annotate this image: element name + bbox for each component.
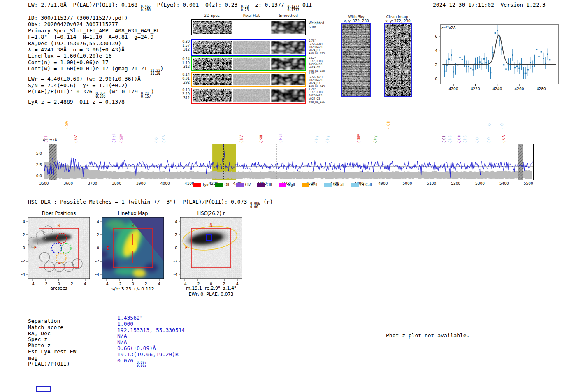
- spec2d-row-left-stats: 0.301.57312: [175, 40, 190, 52]
- detection-info-block: ID: 3007115277 (3007115277.pdf)Obs: 2020…: [28, 15, 163, 105]
- emission-line-label-cii: { CII: [442, 136, 446, 143]
- match-table-values: 1.43562"1.000192.153313, 55.330514N/AN/A…: [117, 315, 185, 368]
- emission-line-label-heii: { HeII: [112, 134, 116, 143]
- emission-line-label-ciii: { CIII: [458, 135, 462, 143]
- svg-text:4: 4: [23, 219, 25, 224]
- y-tick: 5.0: [31, 151, 42, 155]
- with-sky-image: [341, 23, 371, 97]
- report-version: Version 1.22.3: [500, 2, 546, 8]
- info-line: RA,Dec (192.153076,55.330139): [28, 40, 163, 46]
- x-tick: 3600: [62, 181, 75, 186]
- east-label: E: [107, 246, 109, 251]
- emission-line-label-oiii: { OIII: [488, 121, 492, 129]
- summary-header: EW: 2.7±1.8Å P(LAE)/P(OII): 0.168 0.4650…: [28, 2, 312, 12]
- spec2d-row-left-stats: 0.132.29312: [175, 88, 190, 100]
- info-line: ID: 3007115277 (3007115277.pdf): [28, 15, 163, 21]
- emission-line-label-ovi: { OVI: [74, 134, 78, 143]
- info-line: λ = 4241.38Å σ = 3.06(±0.43)Å: [28, 46, 163, 53]
- spec2d-row-right-info: 1.35"(372, 414)20200420v024_03408_RL_045: [309, 72, 325, 88]
- info-line: LineFlux = 1.60(±0.20)e-16: [28, 53, 163, 59]
- svg-text:4260: 4260: [515, 87, 524, 91]
- x-tick: 5200: [449, 181, 462, 186]
- match-table-labels: SeparationMatch scoreRA, DecSpec zPhoto …: [28, 318, 76, 367]
- info-line: Primary Spec_Slot_IFU_AMP: 408_031_049_R…: [28, 28, 163, 34]
- timestamp-version: 2024-12-30 17:11:02 Version 1.22.3: [433, 2, 546, 8]
- emission-line-label-heii: { HeII: [279, 134, 283, 143]
- spec2d-row: [191, 39, 306, 56]
- legend-item-civ: CIV: [236, 183, 251, 187]
- sky-panel-title: With Sky: [338, 15, 375, 19]
- clean-image: [384, 23, 412, 97]
- x-tick: 3800: [110, 181, 123, 186]
- emission-line-label-hβ: { Hβ: [463, 135, 467, 143]
- report-datetime: 2024-12-30 17:11:02: [433, 2, 494, 8]
- legend-item-lyα: Lyα: [193, 183, 209, 187]
- match-row-value: N/A: [117, 339, 185, 346]
- svg-text:-4: -4: [174, 272, 177, 276]
- emission-line-label-siiv: { SiIV: [120, 134, 124, 143]
- x-tick: 5300: [474, 181, 487, 186]
- hsc-xlabel-1: m:19.1 re:2.9" s:1.4": [162, 285, 260, 291]
- emission-line-label-oiii: { OIII: [476, 135, 480, 143]
- spec2d-col-header: Pixel Flat: [233, 14, 270, 18]
- emission-line-label-civ: { CIV: [162, 135, 166, 143]
- svg-text:2: 2: [435, 63, 437, 67]
- svg-text:+: +: [58, 262, 61, 265]
- spec2d-row: [191, 56, 306, 71]
- x-tick: 5400: [497, 181, 511, 186]
- emission-line-label-hγ: { Hγ: [374, 136, 378, 143]
- main-spectrum-chart: [44, 144, 534, 180]
- match-row-value: 19.13(19.06,19.20)R: [117, 352, 185, 358]
- info-line: Cont(n) = 1.00(±0.06)e-17: [28, 59, 163, 65]
- legend-item-ciii: CIII: [257, 183, 272, 187]
- line-fit-inset-chart: 024642004220424042604280e⁻¹⁷x2Å: [428, 21, 564, 95]
- svg-text:4: 4: [435, 49, 437, 53]
- legend-item-oii: OII: [215, 183, 229, 187]
- svg-text:0: 0: [97, 246, 99, 250]
- legend-swatch: [279, 183, 286, 187]
- legend-item-heii: HeII: [302, 183, 318, 187]
- emission-line-label-oiii: { OIII: [487, 135, 491, 143]
- fiber-positions-panel: + N E -4-4-2-2002244: [12, 215, 94, 289]
- svg-text:6: 6: [435, 35, 437, 39]
- spec2d-row-left-stats: 0.140.91292: [175, 73, 190, 85]
- emission-line-label-hγ: { Hγ: [326, 136, 330, 143]
- hsc-dex-match-header: HSC-DEX : Possible Matches = 1 (within +…: [28, 199, 273, 209]
- info-line: P(LAE)/P(OII): 0.326 0.3640.295 (w: 0.17…: [28, 88, 163, 99]
- legend-swatch: [324, 183, 332, 187]
- clean-panel-coords: x, y: 372, 230: [379, 19, 416, 23]
- svg-text:0: 0: [132, 281, 134, 286]
- emission-line-label-siv: { SIV: [65, 121, 69, 129]
- north-label: N: [57, 224, 60, 228]
- footer-marker: [36, 386, 51, 392]
- svg-text:-4: -4: [95, 272, 99, 276]
- legend-swatch: [236, 183, 244, 187]
- x-tick: 3900: [134, 181, 147, 186]
- info-line: Obs: 20200420v024_3007115277: [28, 21, 163, 27]
- match-row-label: Photo z: [28, 343, 76, 349]
- svg-text:4: 4: [175, 219, 177, 224]
- hsc-image-panel: N E -4-4-2-2002244: [164, 215, 246, 289]
- svg-text:-2: -2: [118, 281, 121, 286]
- svg-text:4200: 4200: [449, 87, 458, 91]
- clean-panel-title: Clean Image: [379, 15, 416, 19]
- x-tick: 5500: [522, 181, 535, 186]
- info-line: EWr = 4.40(±0.60) (w: 2.90(±0.36))Å: [28, 76, 163, 82]
- match-row-label: RA, Dec: [28, 331, 76, 337]
- spec2d-row-right-info: 0.78"(372, 230)20200420v024_01408_RL_025: [309, 39, 325, 56]
- svg-text:4280: 4280: [537, 87, 546, 91]
- x-tick: 4000: [158, 181, 172, 186]
- spec2d-row: [191, 19, 306, 35]
- east-label: E: [34, 246, 37, 250]
- legend-item-mgii: MgII: [279, 183, 295, 187]
- match-row-value: 0.66(±0.09)Å: [117, 346, 185, 352]
- svg-text:4: 4: [158, 281, 160, 286]
- spec2d-col-header: 2D Spec: [193, 14, 230, 18]
- y-tick: 0.0: [31, 174, 42, 178]
- match-row-label: Match score: [28, 325, 76, 331]
- emission-line-label-oii: { OII: [155, 135, 159, 143]
- emission-line-label-ciii: { CIII: [387, 121, 391, 129]
- legend-swatch: [257, 183, 265, 187]
- svg-text:-4: -4: [21, 272, 25, 276]
- info-line: F=1.8" T=0.114 N=1.10 A=0.81 g=24.9: [28, 34, 163, 40]
